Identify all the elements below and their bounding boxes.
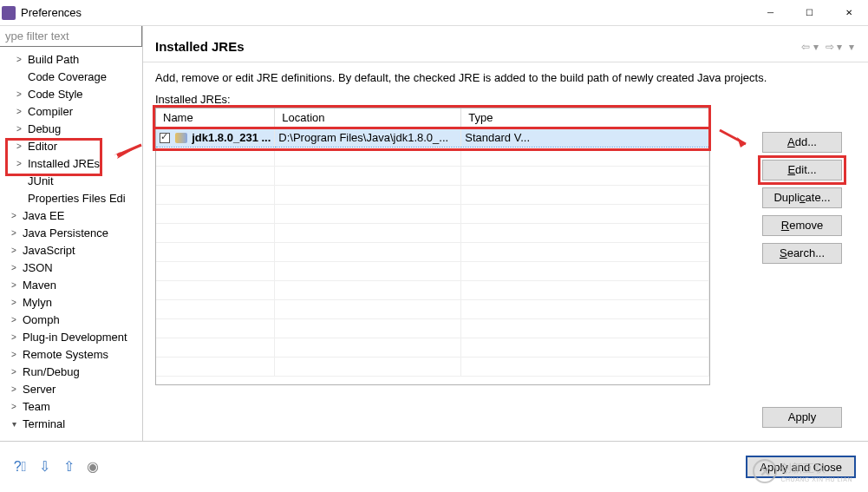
table-row[interactable]: jdk1.8.0_231 ... D:\Program Files\Java\j… [156, 128, 709, 147]
apply-button[interactable]: Apply [762, 407, 842, 428]
row-name: jdk1.8.0_231 ... [192, 131, 271, 144]
expand-arrow-icon[interactable]: > [7, 211, 21, 220]
content-pane: Installed JREs ⇦ ▾ ⇨ ▾ ▾ Add, remove or … [143, 26, 868, 441]
expand-arrow-icon[interactable]: > [7, 367, 21, 377]
nav-forward-icon[interactable]: ⇨ ▾ [824, 39, 844, 55]
tree-item-label: Code Style [26, 88, 83, 101]
watermark-sub: CHUANG XIN HU LIAN [780, 476, 852, 482]
tree-item-label: Server [21, 383, 55, 396]
expand-arrow-icon[interactable]: > [7, 332, 21, 342]
nav-menu-icon[interactable]: ▾ [847, 39, 856, 55]
export-icon[interactable]: ⇧ [61, 459, 76, 475]
tree-item-label: Editor [26, 140, 57, 153]
window-title: Preferences [21, 6, 751, 19]
tree-item[interactable]: JUnit [0, 172, 142, 189]
edit-button[interactable]: Edit... [762, 160, 842, 180]
row-location: D:\Program Files\Java\jdk1.8.0_... [275, 128, 461, 147]
tree-item-label: Java EE [21, 209, 64, 222]
tree-item-label: Plug-in Development [21, 331, 127, 344]
row-type: Standard V... [461, 128, 709, 147]
expand-arrow-icon[interactable]: > [12, 159, 26, 168]
tree-item-label: Mylyn [21, 296, 52, 309]
tree-item[interactable]: >Debug [0, 120, 142, 137]
help-icon[interactable]: ?⃝ [12, 459, 28, 475]
bottom-bar: ?⃝ ⇩ ⇧ ◉ Apply and Close [0, 441, 868, 491]
tree-item-label: Debug [26, 122, 61, 135]
tree-item-label: Properties Files Edi [26, 192, 126, 205]
watermark-text: 创新互联 [780, 461, 852, 476]
tree-item[interactable]: >Oomph [0, 311, 142, 328]
tree-item[interactable]: >JavaScript [0, 241, 142, 259]
expand-arrow-icon[interactable]: > [7, 402, 21, 411]
col-name[interactable]: Name [156, 108, 275, 128]
col-location[interactable]: Location [275, 108, 461, 128]
preferences-tree[interactable]: >Build PathCode Coverage>Code Style>Comp… [0, 47, 142, 441]
expand-arrow-icon[interactable]: > [12, 124, 26, 134]
expand-arrow-icon[interactable]: > [12, 141, 26, 151]
add-button[interactable]: Add... [762, 132, 842, 153]
expand-arrow-icon[interactable]: > [7, 384, 21, 394]
expand-arrow-icon[interactable]: ▾ [7, 419, 21, 429]
close-button[interactable]: ✕ [829, 0, 868, 25]
tree-item-label: JUnit [26, 174, 54, 187]
tree-item-label: JavaScript [21, 244, 75, 257]
jre-table[interactable]: Name Location Type jdk1.8.0_231 ... D:\P… [155, 108, 710, 385]
tree-item[interactable]: >Run/Debug [0, 363, 142, 380]
tree-item-label: Run/Debug [21, 365, 80, 378]
tree-item-label: Remote Systems [21, 348, 108, 361]
tree-item[interactable]: >Editor [0, 137, 142, 154]
tree-item[interactable]: >Mylyn [0, 293, 142, 311]
tree-item-label: JSON [21, 261, 53, 274]
tree-item-label: Java Persistence [21, 226, 108, 239]
checkbox-icon[interactable] [160, 133, 170, 143]
record-icon[interactable]: ◉ [85, 459, 101, 475]
tree-item[interactable]: >Maven [0, 276, 142, 293]
expand-arrow-icon[interactable]: > [7, 298, 21, 307]
tree-item[interactable]: >Plug-in Development [0, 328, 142, 345]
expand-arrow-icon[interactable]: > [7, 315, 21, 325]
tree-item-label: Terminal [21, 417, 65, 430]
jdk-icon [175, 133, 187, 143]
expand-arrow-icon[interactable]: > [7, 350, 21, 359]
expand-arrow-icon[interactable]: > [7, 246, 21, 255]
expand-arrow-icon[interactable]: > [7, 263, 21, 272]
nav-back-icon[interactable]: ⇦ ▾ [799, 39, 819, 55]
watermark: ✕ 创新互联 CHUANG XIN HU LIAN [753, 459, 852, 483]
expand-arrow-icon[interactable]: > [12, 107, 26, 116]
maximize-button[interactable]: ☐ [790, 0, 829, 25]
filter-input[interactable] [0, 26, 142, 47]
col-type[interactable]: Type [461, 108, 709, 128]
tree-item[interactable]: >Java Persistence [0, 224, 142, 241]
tree-item[interactable]: >Installed JREs [0, 154, 142, 172]
tree-item[interactable]: Code Coverage [0, 68, 142, 85]
tree-item[interactable]: >Team [0, 397, 142, 415]
search-button[interactable]: Search... [762, 243, 842, 264]
minimize-button[interactable]: ─ [751, 0, 790, 25]
tree-item[interactable]: >Server [0, 380, 142, 397]
jre-table-wrap: Name Location Type jdk1.8.0_231 ... D:\P… [155, 108, 856, 385]
app-icon [2, 6, 16, 20]
expand-arrow-icon[interactable]: > [7, 228, 21, 238]
remove-button[interactable]: Remove [762, 215, 842, 236]
tree-item[interactable]: >Compiler [0, 102, 142, 120]
expand-arrow-icon[interactable]: > [12, 55, 26, 64]
tree-item[interactable]: Properties Files Edi [0, 189, 142, 207]
tree-item-label: Team [21, 400, 50, 413]
expand-arrow-icon[interactable]: > [12, 89, 26, 99]
main-area: >Build PathCode Coverage>Code Style>Comp… [0, 26, 868, 441]
tree-item-label: Oomph [21, 313, 60, 326]
tree-item[interactable]: >Java EE [0, 207, 142, 224]
tree-item[interactable]: >JSON [0, 259, 142, 276]
tree-item[interactable]: ▾Terminal [0, 415, 142, 432]
import-icon[interactable]: ⇩ [36, 459, 52, 475]
sidebar: >Build PathCode Coverage>Code Style>Comp… [0, 26, 143, 441]
tree-item-label: Installed JREs [26, 157, 100, 170]
expand-arrow-icon[interactable]: > [7, 280, 21, 290]
tree-item[interactable]: >Code Style [0, 85, 142, 102]
section-label: Installed JREs: [143, 93, 868, 108]
tree-item[interactable]: >Build Path [0, 50, 142, 68]
content-header: Installed JREs ⇦ ▾ ⇨ ▾ ▾ [143, 26, 868, 62]
tree-item[interactable]: >Remote Systems [0, 345, 142, 363]
duplicate-button[interactable]: Duplicate... [762, 187, 842, 208]
help-icons: ?⃝ ⇩ ⇧ ◉ [12, 459, 101, 475]
